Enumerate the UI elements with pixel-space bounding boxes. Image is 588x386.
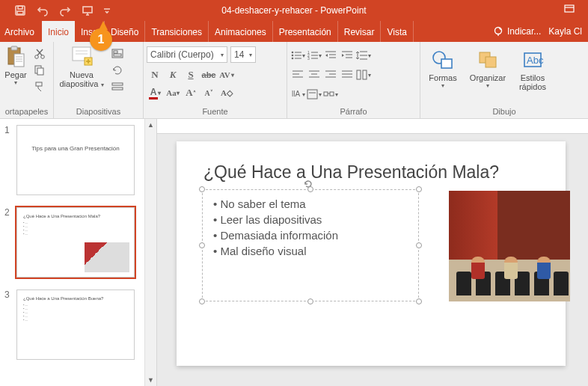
copy-icon[interactable]: [33, 64, 46, 76]
justify-button[interactable]: [340, 67, 355, 82]
svg-rect-29: [114, 54, 121, 56]
bullet-list[interactable]: No saber el tema Leer las diapositivas D…: [213, 197, 408, 257]
grow-font-button[interactable]: A˄: [183, 85, 199, 100]
workspace: 1 Tips para una Gran Presentación 2 ¿Qué…: [0, 119, 588, 386]
character-spacing-button[interactable]: AV▾: [218, 67, 235, 82]
increase-indent-button[interactable]: [340, 48, 355, 63]
resize-handle[interactable]: [416, 186, 422, 192]
svg-rect-4: [565, 5, 574, 12]
tell-me-search[interactable]: Indicar...: [494, 26, 541, 37]
underline-button[interactable]: S: [183, 67, 199, 82]
scroll-up-icon[interactable]: ▲: [147, 119, 154, 131]
align-center-button[interactable]: [307, 67, 322, 82]
thumbnail-1[interactable]: 1 Tips para una Gran Presentación: [0, 119, 156, 201]
slide-title[interactable]: ¿Qué Hace a Una Presentación Mala?: [203, 162, 539, 183]
group-label-font: Fuente: [147, 105, 284, 118]
ribbon: Pegar ▾ ortapapeles Nueva diapositiva ▾: [0, 42, 588, 119]
bullet-item[interactable]: No saber el tema: [213, 197, 408, 210]
cut-icon[interactable]: [33, 48, 46, 60]
columns-button[interactable]: ▾: [356, 67, 371, 82]
resize-handle[interactable]: [307, 186, 313, 192]
save-icon[interactable]: [13, 4, 27, 17]
svg-rect-1: [18, 6, 22, 9]
svg-point-34: [292, 55, 294, 57]
numbering-button[interactable]: 123▾: [307, 48, 322, 63]
italic-button[interactable]: K: [165, 67, 181, 82]
reset-slide-icon[interactable]: [111, 64, 124, 76]
decrease-indent-button[interactable]: [323, 48, 338, 63]
resize-handle[interactable]: [199, 186, 205, 192]
align-text-button[interactable]: ▾: [307, 87, 322, 102]
svg-rect-9: [11, 46, 17, 50]
align-left-button[interactable]: [290, 67, 305, 82]
text-direction-button[interactable]: llA▾: [290, 87, 305, 102]
slide[interactable]: ¿Qué Hace a Una Presentación Mala? No sa…: [177, 141, 566, 366]
font-name-combo[interactable]: Calibri (Cuerpo)▾: [147, 46, 227, 63]
resize-handle[interactable]: [416, 298, 422, 304]
thumbnail-2[interactable]: 2 ¿Qué Hace a Una Presentación Mala? • .…: [0, 201, 156, 284]
tab-view[interactable]: Vista: [381, 21, 413, 42]
svg-point-32: [292, 52, 294, 54]
shapes-button[interactable]: Formas ▾: [423, 48, 462, 89]
line-spacing-button[interactable]: ▾: [356, 48, 371, 63]
svg-line-17: [37, 49, 42, 55]
arrange-button[interactable]: Organizar ▾: [468, 48, 507, 89]
svg-rect-31: [112, 88, 123, 90]
thumbnail-scrollbar[interactable]: ▲ ▼: [144, 119, 156, 386]
svg-rect-74: [441, 59, 452, 68]
svg-rect-20: [36, 82, 42, 86]
bold-button[interactable]: N: [147, 67, 163, 82]
font-color-button[interactable]: A▾: [147, 85, 163, 100]
bullet-item[interactable]: Demasiada información: [213, 229, 408, 242]
resize-handle[interactable]: [416, 242, 422, 248]
resize-handle[interactable]: [307, 298, 313, 304]
paste-button[interactable]: Pegar ▾: [3, 45, 28, 86]
resize-handle[interactable]: [199, 242, 205, 248]
user-name[interactable]: Kayla Cl: [548, 26, 582, 37]
font-size-combo[interactable]: 14▾: [230, 46, 256, 63]
section-icon[interactable]: [111, 81, 124, 93]
slide-thumbnail-panel: 1 Tips para una Gran Presentación 2 ¿Qué…: [0, 119, 157, 386]
tab-review[interactable]: Revisar: [338, 21, 382, 42]
svg-rect-10: [14, 54, 24, 67]
group-clipboard: Pegar ▾ ortapapeles: [0, 42, 54, 118]
new-slide-button[interactable]: Nueva diapositiva ▾: [57, 45, 106, 90]
resize-handle[interactable]: [199, 298, 205, 304]
ribbon-display-options-icon[interactable]: [564, 4, 575, 17]
group-label-slides: Diapositivas: [57, 105, 140, 118]
slide-image[interactable]: [449, 191, 570, 301]
scroll-down-icon[interactable]: ▼: [147, 374, 154, 386]
undo-icon[interactable]: [36, 4, 49, 17]
bullet-item[interactable]: Mal diseño visual: [213, 245, 408, 257]
bullets-button[interactable]: ▾: [290, 48, 305, 63]
quick-styles-button[interactable]: Abc Estilosrápidos: [513, 48, 552, 91]
format-painter-icon[interactable]: [33, 81, 46, 93]
tab-design[interactable]: Diseño: [105, 21, 145, 42]
content-textbox[interactable]: No saber el tema Leer las diapositivas D…: [202, 189, 419, 301]
slide-layout-icon[interactable]: [111, 48, 124, 60]
start-from-beginning-icon[interactable]: [81, 4, 94, 17]
svg-rect-30: [112, 83, 123, 85]
svg-text:Abc: Abc: [527, 55, 544, 66]
tab-home[interactable]: Inicio: [42, 21, 75, 42]
bullet-item[interactable]: Leer las diapositivas: [213, 213, 408, 226]
clear-formatting-button[interactable]: A◇: [218, 85, 235, 100]
smartart-button[interactable]: ▾: [323, 87, 338, 102]
tab-insert[interactable]: Insertar: [75, 21, 105, 42]
tab-animations[interactable]: Animaciones: [209, 21, 273, 42]
shrink-font-button[interactable]: A˅: [200, 85, 217, 100]
change-case-button[interactable]: Aa▾: [165, 85, 181, 100]
tab-slideshow[interactable]: Presentación: [273, 21, 338, 42]
tab-transitions[interactable]: Transiciones: [145, 21, 209, 42]
thumbnail-3[interactable]: 3 ¿Qué Hace a Una Presentación Buena? • …: [0, 284, 156, 366]
quick-access-toolbar: [0, 4, 111, 17]
qat-customize-icon[interactable]: [103, 4, 111, 17]
redo-icon[interactable]: [58, 4, 72, 17]
svg-rect-76: [486, 57, 496, 67]
tab-file[interactable]: Archivo: [0, 21, 42, 42]
strikethrough-button[interactable]: abc: [200, 67, 217, 82]
slide-canvas-area: ¿Qué Hace a Una Presentación Mala? No sa…: [157, 119, 588, 386]
align-right-button[interactable]: [323, 67, 338, 82]
group-font: Calibri (Cuerpo)▾ 14▾ N K S abc AV▾ A▾ A…: [144, 42, 287, 118]
group-slides: Nueva diapositiva ▾ Diapositivas: [54, 42, 144, 118]
